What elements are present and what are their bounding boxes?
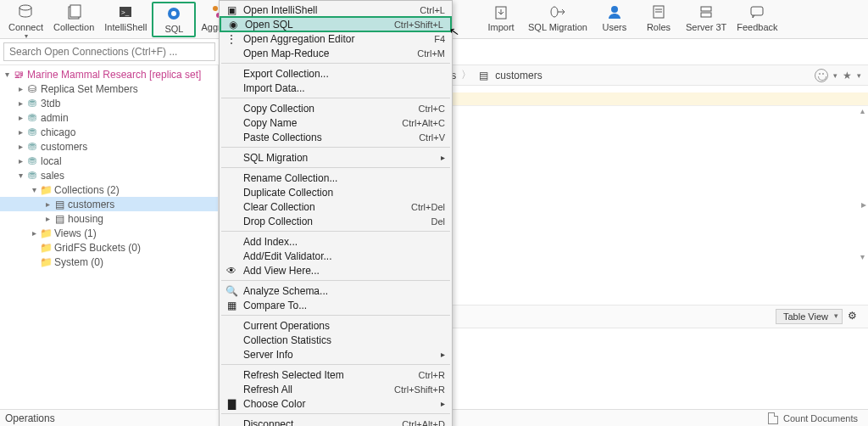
document-icon — [768, 412, 778, 424]
svg-text:>_: >_ — [121, 8, 130, 16]
menu-item-label: Import Data... — [243, 82, 305, 94]
server3t-label: Server 3T — [686, 22, 726, 32]
shortcut-label: Ctrl+L — [420, 5, 445, 15]
menu-item[interactable]: Refresh Selected ItemCtrl+R — [220, 367, 452, 382]
menu-item[interactable]: Paste CollectionsCtrl+V — [220, 130, 452, 144]
menu-item[interactable]: Rename Collection... — [220, 171, 452, 185]
connection-tree[interactable]: ▾🖳Marine Mammal Research [replica set] ▸… — [0, 65, 218, 426]
collection-icon: ▤ — [53, 199, 66, 210]
menu-item[interactable]: Collection Statistics — [220, 333, 452, 347]
menu-item-label: Refresh Selected Item — [243, 369, 344, 381]
sql-button[interactable]: SQL — [152, 2, 196, 37]
server3t-button[interactable]: Server 3T — [681, 2, 732, 34]
tree-item-3tdb[interactable]: ▸⛃3tdb — [0, 96, 218, 110]
users-button[interactable]: Users — [593, 2, 637, 34]
menu-item[interactable]: 👁Add View Here... — [220, 263, 452, 277]
star-icon[interactable]: ★ — [843, 70, 852, 81]
menu-item-label: Copy Name — [243, 117, 297, 129]
tree-item-customers[interactable]: ▸⛃customers — [0, 139, 218, 154]
import-icon — [492, 3, 509, 20]
intellishell-button[interactable]: >_ IntelliShell — [99, 2, 152, 34]
menu-item-label: Open Aggregation Editor — [243, 33, 354, 45]
import-button[interactable]: Import — [479, 2, 523, 34]
shortcut-label: Ctrl+Del — [411, 202, 445, 212]
shortcut-label: Ctrl+C — [419, 104, 445, 114]
feedback-label: Feedback — [737, 22, 777, 32]
feedback-button[interactable]: Feedback — [732, 2, 782, 34]
menu-item[interactable]: Clear CollectionCtrl+Del — [220, 199, 452, 214]
count-documents-button[interactable]: Count Documents — [783, 413, 858, 423]
svg-rect-2 — [70, 5, 81, 17]
menu-item[interactable]: Duplicate Collection — [220, 185, 452, 199]
context-menu[interactable]: ▣Open IntelliShellCtrl+L◉Open SQLCtrl+Sh… — [219, 0, 453, 426]
menu-item-label: Add View Here... — [243, 265, 320, 277]
menu-item[interactable]: SQL Migration▸ — [220, 150, 452, 165]
menu-item[interactable]: Refresh AllCtrl+Shift+R — [220, 382, 452, 396]
smiley-icon[interactable] — [815, 69, 828, 82]
menu-item[interactable]: ▇Choose Color▸ — [220, 396, 452, 411]
compare-icon: ▦ — [225, 299, 238, 312]
svg-rect-17 — [701, 13, 711, 17]
tree-item-replica[interactable]: ▸⛁Replica Set Members — [0, 81, 218, 96]
sql-migration-button[interactable]: SQL Migration — [523, 2, 593, 34]
folder-icon: 📁 — [39, 256, 53, 268]
operations-tab[interactable]: Operations — [0, 409, 219, 426]
tree-item-views[interactable]: ▸📁Views (1) — [0, 226, 218, 240]
menu-item[interactable]: Drop CollectionDel — [220, 214, 452, 228]
menu-item[interactable]: ▦Compare To... — [220, 298, 452, 312]
menu-item-label: Open Map-Reduce — [243, 48, 329, 59]
menu-item[interactable]: DisconnectCtrl+Alt+D — [220, 417, 452, 426]
tree-item-gridfs[interactable]: 📁GridFS Buckets (0) — [0, 240, 218, 255]
tree-item-admin[interactable]: ▸⛃admin — [0, 110, 218, 125]
gear-icon[interactable]: ⚙ — [848, 310, 861, 323]
chat-icon — [748, 3, 765, 20]
menu-item[interactable]: Add Index... — [220, 234, 452, 249]
connect-button[interactable]: Connect▾ — [3, 2, 48, 42]
svg-rect-18 — [751, 7, 763, 15]
breadcrumb-collection[interactable]: customers — [495, 70, 542, 81]
terminal-icon: >_ — [117, 3, 134, 20]
menu-item[interactable]: Current Operations — [220, 318, 452, 333]
tree-item-customers-coll[interactable]: ▸▤customers — [0, 197, 218, 211]
menu-item[interactable]: Copy NameCtrl+Alt+C — [220, 115, 452, 130]
vscroll[interactable]: ▴▾ — [856, 106, 868, 261]
roles-button[interactable]: Roles — [637, 2, 681, 34]
migration-icon — [549, 3, 566, 20]
menu-item[interactable]: Open Map-ReduceCtrl+M — [220, 46, 452, 60]
view-mode-select[interactable]: Table View — [776, 309, 843, 324]
search-input[interactable] — [3, 42, 215, 61]
server-icon — [698, 3, 715, 20]
submenu-arrow-icon: ▸ — [441, 350, 445, 359]
svg-point-12 — [611, 6, 618, 13]
tree-item-sales[interactable]: ▾⛃sales — [0, 168, 218, 182]
menu-item[interactable]: Copy CollectionCtrl+C — [220, 101, 452, 115]
menu-item[interactable]: 🔍Analyze Schema... — [220, 283, 452, 298]
sql-icon: ◉ — [226, 18, 240, 31]
menu-item-label: Rename Collection... — [243, 172, 337, 184]
tree-item-local[interactable]: ▸⛃local — [0, 154, 218, 168]
shortcut-label: F4 — [434, 34, 445, 44]
tree-item-system[interactable]: 📁System (0) — [0, 255, 218, 269]
menu-item-label: Choose Color — [243, 398, 305, 410]
menu-item-label: Analyze Schema... — [243, 285, 328, 297]
collection-icon: ▤ — [476, 70, 490, 81]
shortcut-label: Del — [431, 216, 445, 227]
collection-button[interactable]: Collection — [48, 2, 99, 34]
tree-item-housing-coll[interactable]: ▸▤housing — [0, 211, 218, 226]
db-icon: ⛃ — [25, 170, 39, 182]
menu-item[interactable]: ⋮Open Aggregation EditorF4 — [220, 31, 452, 46]
tree-item-collections[interactable]: ▾📁Collections (2) — [0, 182, 218, 197]
connection-tree-sidebar: ▾🖳Marine Mammal Research [replica set] ▸… — [0, 65, 219, 426]
svg-rect-16 — [701, 7, 711, 11]
menu-item[interactable]: Export Collection... — [220, 66, 452, 81]
tree-root[interactable]: ▾🖳Marine Mammal Research [replica set] — [0, 67, 218, 81]
menu-item[interactable]: Add/Edit Validator... — [220, 249, 452, 263]
sql-migration-label: SQL Migration — [528, 22, 587, 32]
menu-item[interactable]: Server Info▸ — [220, 347, 452, 362]
menu-item-label: Add/Edit Validator... — [243, 250, 332, 262]
menu-item[interactable]: ▣Open IntelliShellCtrl+L — [220, 3, 452, 17]
tree-item-chicago[interactable]: ▸⛃chicago — [0, 125, 218, 139]
menu-item[interactable]: Import Data... — [220, 81, 452, 95]
menu-item[interactable]: ◉Open SQLCtrl+Shift+L — [220, 16, 452, 32]
svg-point-11 — [551, 7, 558, 17]
